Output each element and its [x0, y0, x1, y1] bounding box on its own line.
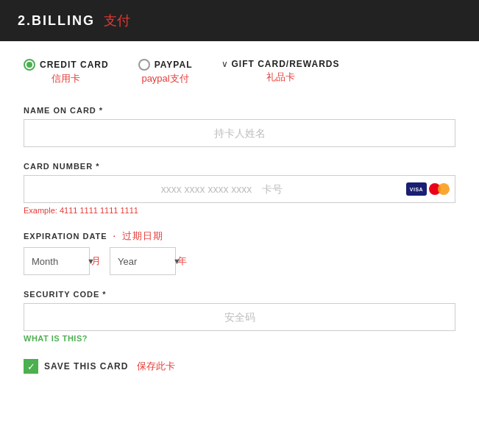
month-select[interactable]: Month 010203 040506 070809 101112 — [24, 247, 90, 275]
billing-header: 2.BILLING 支付 — [0, 0, 479, 41]
card-number-label: CARD NUMBER * — [24, 162, 455, 171]
credit-card-label-zh: 信用卡 — [52, 72, 80, 85]
expiration-label: EXPIRATION DATE · 过期日期 — [24, 230, 455, 243]
save-card-checkbox[interactable]: ✓ — [24, 359, 38, 374]
credit-card-radio[interactable] — [24, 59, 35, 71]
security-code-label: SECURITY CODE * — [24, 290, 455, 299]
name-on-card-group: NAME ON CARD * — [24, 106, 455, 147]
payment-methods: CREDIT CARD 信用卡 PAYPAL paypal支付 ∨ GIFT C… — [24, 59, 455, 85]
gift-card-chevron-icon: ∨ — [221, 59, 228, 69]
card-number-input[interactable] — [24, 175, 455, 203]
card-example: Example: 4111 1111 1111 1111 — [24, 206, 455, 215]
paypal-label: PAYPAL — [155, 60, 193, 70]
card-icons: VISA — [406, 182, 450, 196]
name-on-card-label: NAME ON CARD * — [24, 106, 455, 115]
year-select-wrapper: Year 202420252026 202720282029 2030 年 ▼ — [110, 247, 187, 275]
gift-card-label: GIFT CARD/REWARDS — [231, 59, 339, 69]
payment-option-gift-card[interactable]: ∨ GIFT CARD/REWARDS 礼品卡 — [221, 59, 339, 84]
paypal-label-zh: paypal支付 — [141, 72, 188, 85]
step-label: 2.BILLING — [18, 13, 95, 29]
card-input-wrapper: VISA — [24, 175, 455, 203]
month-zh-label: 月 — [91, 255, 101, 268]
credit-card-label: CREDIT CARD — [40, 60, 109, 70]
visa-icon: VISA — [406, 182, 427, 196]
what-is-this-link[interactable]: WHAT IS THIS? — [24, 334, 88, 343]
gift-card-label-zh: 礼品卡 — [266, 71, 295, 84]
card-number-group: CARD NUMBER * VISA Example: 4111 1111 11… — [24, 162, 455, 215]
month-select-wrapper: Month 010203 040506 070809 101112 月 ▼ — [24, 247, 101, 275]
paypal-radio[interactable] — [138, 59, 150, 71]
checkmark-icon: ✓ — [27, 362, 35, 371]
mastercard-icon — [429, 182, 450, 196]
payment-option-credit-card[interactable]: CREDIT CARD 信用卡 — [24, 59, 109, 85]
security-code-group: SECURITY CODE * WHAT IS THIS? — [24, 290, 455, 344]
security-code-input[interactable] — [24, 303, 455, 331]
payment-option-paypal[interactable]: PAYPAL paypal支付 — [138, 59, 193, 85]
billing-form: CREDIT CARD 信用卡 PAYPAL paypal支付 ∨ GIFT C… — [0, 41, 479, 391]
step-label-zh: 支付 — [104, 12, 130, 29]
year-select[interactable]: Year 202420252026 202720282029 2030 — [110, 247, 176, 275]
year-zh-label: 年 — [177, 255, 187, 268]
save-card-label-zh: 保存此卡 — [137, 360, 175, 373]
save-card-label: SAVE THIS CARD — [44, 361, 128, 371]
name-on-card-input[interactable] — [24, 119, 455, 147]
save-card-row: ✓ SAVE THIS CARD 保存此卡 — [24, 359, 455, 374]
expiration-row: Month 010203 040506 070809 101112 月 ▼ Ye… — [24, 247, 455, 275]
expiration-group: EXPIRATION DATE · 过期日期 Month 010203 0405… — [24, 230, 455, 275]
